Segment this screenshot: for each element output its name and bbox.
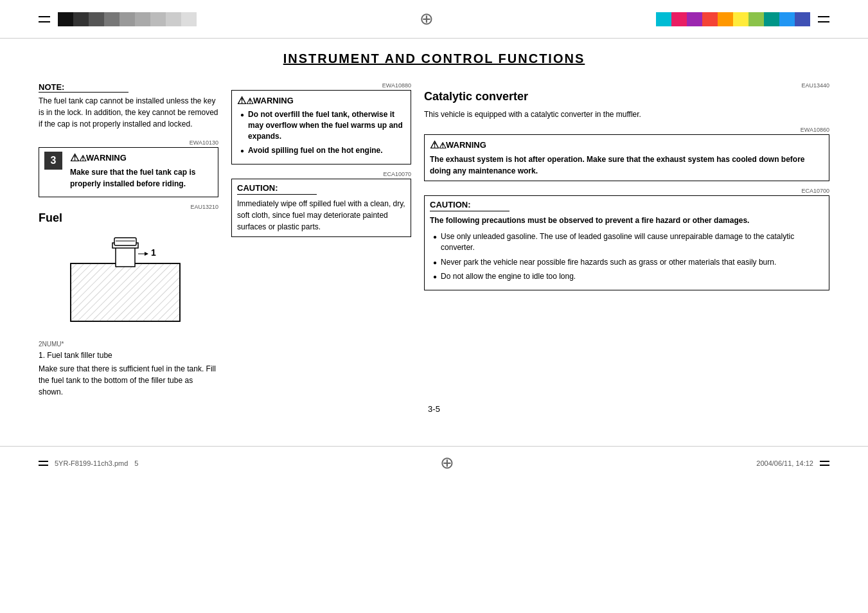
bottom-bar: 5YR-F8199-11ch3.pmd 5 ⊕ 2004/06/11, 14:1… <box>0 446 868 479</box>
bullet-item-1: Do not overfill the fuel tank, otherwise… <box>240 109 405 141</box>
note-section: NOTE: The fuel tank cap cannot be instal… <box>39 82 218 130</box>
crosshair-top: ⊕ <box>420 9 434 29</box>
right-column: EAU13440 Catalytic converter This vehicl… <box>424 82 829 398</box>
warning-left-text: Make sure that the fuel tank cap is prop… <box>70 166 213 190</box>
bottom-left-text: 5YR-F8199-11ch3.pmd <box>55 459 128 467</box>
catalytic-title: Catalytic converter <box>424 90 829 103</box>
note-label: NOTE: <box>39 82 128 93</box>
warning-box-right: ⚠ WARNING The exhaust system is hot afte… <box>424 134 829 181</box>
warning-triangle-left: ⚠ <box>70 152 83 163</box>
caution-header-right: CAUTION: <box>430 200 509 211</box>
note-text: The fuel tank cap cannot be installed un… <box>39 95 218 130</box>
content-columns: NOTE: The fuel tank cap cannot be instal… <box>39 82 829 398</box>
caution-text-middle: Immediately wipe off spilled fuel with a… <box>237 198 405 233</box>
chapter-badge: 3 <box>44 152 62 170</box>
middle-warning-bullets: Do not overfill the fuel tank, otherwise… <box>237 109 405 156</box>
left-column: NOTE: The fuel tank cap cannot be instal… <box>39 82 218 398</box>
diagram-code: 2NUMU* <box>39 341 218 348</box>
page-number: 3-5 <box>39 404 829 414</box>
middle-caution-code: ECA10070 <box>231 171 411 177</box>
caution-header-middle: CAUTION: <box>237 183 317 195</box>
middle-warning-code: EWA10880 <box>231 82 411 89</box>
right-warning-text: The exhaust system is hot after operatio… <box>430 154 824 177</box>
svg-text:1: 1 <box>151 247 156 258</box>
fuel-diagram: 1 <box>58 231 199 334</box>
right-caution-code: ECA10700 <box>424 188 829 194</box>
warning-badge-row: 3 ⚠ WARNING Make sure that the fuel tank… <box>44 152 213 190</box>
catalytic-code: EAU13440 <box>424 82 829 89</box>
main-content: INSTRUMENT AND CONTROL FUNCTIONS NOTE: T… <box>0 39 868 433</box>
warning-header-left: ⚠ WARNING Make sure that the fuel tank c… <box>70 152 213 190</box>
caution-intro-right: The following precautions must be observ… <box>430 215 824 226</box>
fuel-code: EAU13210 <box>39 204 218 210</box>
warning-box-middle: ⚠ WARNING Do not overfill the fuel tank,… <box>231 90 411 164</box>
warning-box-left: 3 ⚠ WARNING Make sure that the fuel tank… <box>39 147 218 197</box>
right-bullet-2: Never park the vehicle near possible fir… <box>433 257 824 268</box>
fuel-title: Fuel <box>39 211 218 225</box>
caution-box-right: CAUTION: The following precautions must … <box>424 195 829 290</box>
svg-rect-5 <box>114 238 136 245</box>
diagram-note: 1. Fuel tank filler tube <box>39 351 218 360</box>
warning-triangle-middle: ⚠ <box>237 94 250 106</box>
catalytic-intro: This vehicle is equipped with a catalyti… <box>424 109 829 120</box>
page-title: INSTRUMENT AND CONTROL FUNCTIONS <box>39 51 829 69</box>
top-bar: ⊕ <box>0 0 868 39</box>
color-strip-left <box>58 12 197 26</box>
page-wrapper: ⊕ INSTRUMENT AND CONTROL FUNCTIO <box>0 0 868 613</box>
color-strip-right <box>656 12 810 26</box>
right-warning-code: EWA10860 <box>424 127 829 133</box>
right-caution-bullets: Use only unleaded gasoline. The use of l… <box>430 231 824 282</box>
middle-column: EWA10880 ⚠ WARNING Do not overfill the f… <box>231 82 411 398</box>
bottom-right-text: 2004/06/11, 14:12 <box>756 459 813 467</box>
caution-box-middle: CAUTION: Immediately wipe off spilled fu… <box>231 179 411 237</box>
warning-triangle-right: ⚠ <box>430 139 443 150</box>
bullet-item-2: Avoid spilling fuel on the hot engine. <box>240 145 405 156</box>
warning-left-code: EWA10130 <box>39 139 218 146</box>
right-bullet-3: Do not allow the engine to idle too long… <box>433 271 824 282</box>
svg-rect-2 <box>71 263 180 321</box>
bottom-page-num: 5 <box>134 459 138 467</box>
right-bullet-1: Use only unleaded gasoline. The use of l… <box>433 231 824 253</box>
fuel-body: Make sure that there is sufficient fuel … <box>39 363 218 398</box>
crosshair-bottom: ⊕ <box>440 453 454 473</box>
